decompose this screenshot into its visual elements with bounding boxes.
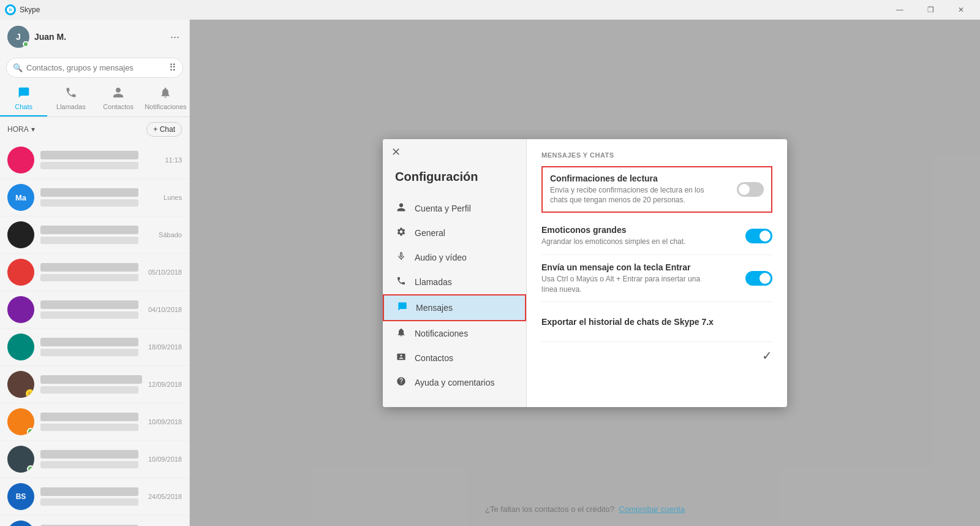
minimize-button[interactable]: — (886, 0, 914, 20)
chat-preview (40, 349, 138, 356)
contactos-settings-icon (395, 352, 407, 364)
list-item[interactable]: 10/09/2018 (0, 441, 189, 478)
settings-sidebar: ✕ Configuración Cuenta y Perfil General (383, 139, 527, 407)
sort-label: HORA (7, 125, 29, 134)
chat-info (40, 338, 142, 356)
list-item[interactable]: 18/09/2018 (0, 329, 189, 366)
settings-nav-general[interactable]: General (383, 221, 526, 245)
settings-close-button[interactable]: ✕ (391, 145, 401, 159)
list-item[interactable]: BS 24/05/2018 (0, 478, 189, 516)
settings-item-big-emojis: Emoticonos grandes Agrandar los emoticon… (541, 218, 772, 255)
list-item[interactable]: 😊 12/09/2018 (0, 366, 189, 403)
settings-nav-cuenta[interactable]: Cuenta y Perfil (383, 196, 526, 221)
settings-nav-mensajes-label: Mensajes (416, 303, 453, 313)
chat-time: 11:13 (165, 156, 182, 164)
profile-header: J Juan M. ··· (0, 20, 189, 54)
settings-nav-notificaciones[interactable]: Notificaciones (383, 321, 526, 346)
enter-send-toggle[interactable] (745, 271, 772, 286)
list-item[interactable]: 04/10/2018 (0, 291, 189, 329)
export-link[interactable]: Exportar el historial de chats de Skype … (541, 310, 714, 334)
read-receipts-title: Confirmaciones de lectura (550, 173, 737, 183)
chat-time: Sábado (159, 231, 182, 238)
titlebar-controls: — ❐ ✕ (886, 0, 975, 20)
tab-notificaciones[interactable]: Notificaciones (142, 82, 189, 116)
search-bar: 🔍 ⠿ (6, 58, 183, 78)
avatar: BS (7, 520, 34, 526)
settings-content: MENSAJES Y CHATS Confirmaciones de lectu… (527, 139, 787, 407)
maximize-button[interactable]: ❐ (916, 0, 944, 20)
chat-name (40, 188, 138, 197)
chat-info (40, 151, 159, 169)
titlebar-title: Skype (20, 6, 40, 14)
settings-item-read-receipts: Confirmaciones de lectura Envía y recibe… (541, 166, 772, 213)
avatar (7, 221, 34, 248)
settings-nav-cuenta-label: Cuenta y Perfil (415, 204, 471, 213)
chat-preview (40, 311, 138, 319)
big-emojis-title: Emoticonos grandes (541, 225, 745, 235)
settings-nav-mensajes[interactable]: Mensajes (383, 294, 526, 321)
toggle-slider (745, 229, 772, 243)
settings-nav-llamadas[interactable]: Llamadas (383, 270, 526, 294)
list-item[interactable]: 10/09/2018 (0, 403, 189, 441)
enter-send-desc: Usa Ctrl o Mayús o Alt + Entrar para ins… (541, 274, 713, 295)
settings-nav-contactos[interactable]: Contactos (383, 346, 526, 370)
settings-nav-ayuda[interactable]: Ayuda y comentarios (383, 370, 526, 395)
modal-overlay: ✕ Configuración Cuenta y Perfil General (190, 20, 980, 526)
big-emojis-desc: Agrandar los emoticonos simples en el ch… (541, 237, 713, 247)
ayuda-icon (395, 376, 407, 389)
list-item[interactable]: BS 24/05/2018 (0, 516, 189, 526)
settings-nav-llamadas-label: Llamadas (415, 277, 452, 287)
settings-nav-audio-label: Audio y vídeo (415, 253, 467, 262)
settings-nav-audio[interactable]: Audio y vídeo (383, 245, 526, 270)
chat-info (40, 413, 142, 431)
avatar-container: J (7, 26, 29, 48)
read-receipts-toggle[interactable] (737, 182, 764, 197)
close-button[interactable]: ✕ (947, 0, 975, 20)
chat-name (40, 375, 142, 384)
tab-llamadas[interactable]: Llamadas (47, 82, 94, 116)
chat-list-header: HORA ▾ + Chat (0, 117, 189, 142)
tab-contactos-label: Contactos (103, 103, 134, 110)
skype-logo-icon (5, 4, 16, 15)
sort-button[interactable]: HORA ▾ (7, 125, 35, 134)
chat-name (40, 263, 138, 272)
chat-preview (40, 386, 138, 394)
tab-chats-label: Chats (15, 103, 32, 110)
tab-contactos[interactable]: Contactos (95, 82, 142, 116)
search-icon: 🔍 (13, 63, 23, 72)
search-input[interactable] (26, 63, 165, 72)
sidebar: J Juan M. ··· 🔍 ⠿ Chats (0, 20, 190, 526)
chat-name (40, 487, 138, 496)
list-item[interactable]: 05/10/2018 (0, 254, 189, 291)
chat-info (40, 226, 153, 244)
chat-preview (40, 237, 138, 244)
chat-time: 10/09/2018 (148, 418, 182, 425)
chat-name (40, 300, 138, 309)
titlebar-left: Skype (5, 4, 40, 15)
list-item[interactable]: Ma Lunes (0, 179, 189, 216)
notificaciones-icon (159, 86, 172, 102)
chat-time: 10/09/2018 (148, 455, 182, 463)
general-icon (395, 227, 407, 239)
sort-chevron-icon: ▾ (31, 125, 35, 134)
more-options-button[interactable]: ··· (168, 28, 182, 46)
grid-button[interactable]: ⠿ (169, 62, 176, 74)
chat-time: 04/10/2018 (148, 306, 182, 313)
app: J Juan M. ··· 🔍 ⠿ Chats (0, 20, 980, 526)
tab-llamadas-label: Llamadas (56, 103, 86, 110)
list-item[interactable]: Sábado (0, 216, 189, 254)
avatar: Ma (7, 184, 34, 211)
new-chat-button[interactable]: + Chat (146, 122, 182, 137)
cuenta-icon (395, 202, 407, 215)
profile-name: Juan M. (34, 32, 66, 42)
new-chat-label: + Chat (153, 125, 175, 134)
chat-name (40, 226, 138, 234)
tab-chats[interactable]: Chats (0, 82, 47, 116)
avatar (7, 408, 34, 435)
big-emojis-toggle[interactable] (745, 229, 772, 243)
list-item[interactable]: 11:13 (0, 142, 189, 179)
avatar (7, 147, 34, 173)
chat-info (40, 450, 142, 468)
mensajes-icon (396, 302, 409, 314)
titlebar: Skype — ❐ ✕ (0, 0, 980, 20)
